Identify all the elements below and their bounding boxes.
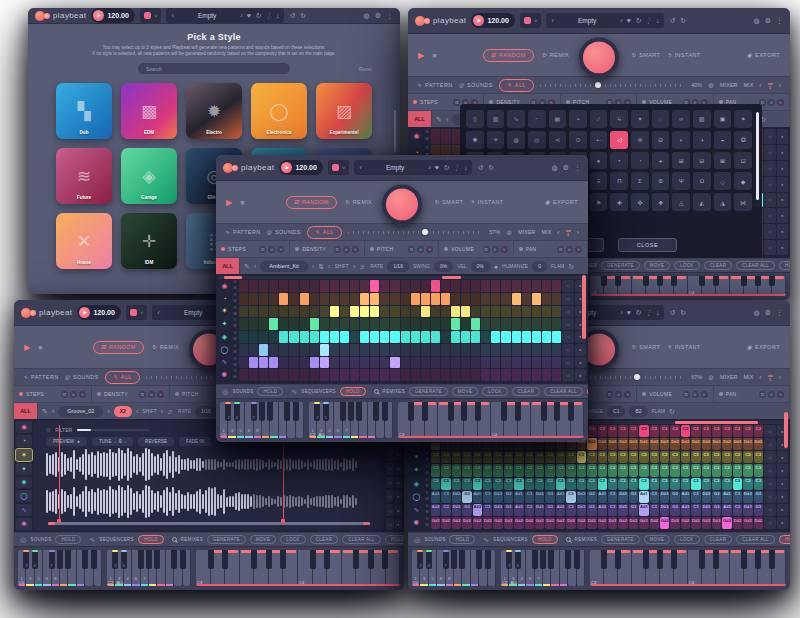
step-cell[interactable] <box>522 331 531 343</box>
step-cell[interactable] <box>421 306 430 318</box>
preset-selector[interactable]: ‹Empty›♥↻⋮↓ <box>546 13 664 28</box>
favorite-icon[interactable]: ♥ <box>627 309 631 316</box>
lock-button[interactable]: LOCK <box>280 535 305 544</box>
note-cell[interactable]: C3ˇ <box>629 425 638 437</box>
step-cell[interactable] <box>380 369 389 381</box>
note-cell[interactable]: C3ˇ <box>733 451 742 463</box>
solo-mute-buttons[interactable]: SM <box>232 280 238 292</box>
step-cell[interactable] <box>330 331 339 343</box>
refresh-icon[interactable]: ↻ <box>669 408 675 415</box>
param-mini-icon[interactable]: ⚄ <box>139 391 146 398</box>
note-cell[interactable]: C3ˇ <box>598 478 607 490</box>
step-cell[interactable] <box>542 280 551 292</box>
black-key[interactable] <box>65 550 71 569</box>
note-cell[interactable]: C3ˇ <box>681 464 690 476</box>
row-speaker-button[interactable]: ◁ <box>386 504 394 516</box>
note-cell[interactable]: D#3ˇ <box>660 491 669 503</box>
globe-icon[interactable]: ◍ <box>364 12 370 19</box>
step-cell[interactable] <box>340 331 349 343</box>
row-speaker-button[interactable]: ◁ <box>562 280 574 292</box>
lock-icon[interactable]: ⊘ <box>708 82 714 89</box>
param-mini-icon[interactable]: ⊘ <box>417 246 424 253</box>
black-key[interactable] <box>565 550 571 569</box>
step-cell[interactable] <box>401 344 410 356</box>
black-key[interactable] <box>448 402 454 421</box>
note-cell[interactable]: D#2ˇ <box>754 517 763 529</box>
note-cell[interactable]: G3ˇ <box>587 504 596 516</box>
step-cell[interactable] <box>380 357 389 369</box>
step-cell[interactable] <box>249 293 258 305</box>
black-key[interactable] <box>138 550 144 569</box>
pattern-select-box[interactable]: ˅ <box>140 8 162 23</box>
step-cell[interactable] <box>532 357 541 369</box>
stop-button[interactable]: ■ <box>240 199 244 206</box>
black-key[interactable] <box>146 550 152 569</box>
step-cell[interactable] <box>249 280 258 292</box>
step-cell[interactable] <box>259 318 268 330</box>
step-cell[interactable] <box>300 280 309 292</box>
step-cell[interactable] <box>380 331 389 343</box>
step-cell[interactable] <box>259 293 268 305</box>
prev-preset-icon[interactable]: ‹ <box>157 309 159 316</box>
note-cell[interactable]: D#3ˇ <box>493 491 502 503</box>
play-button[interactable]: ▶ <box>24 343 30 352</box>
step-cell[interactable] <box>350 344 359 356</box>
note-cell[interactable]: C3ˇ <box>566 478 575 490</box>
all-tracks-button[interactable]: ✎ALL <box>499 79 534 92</box>
step-cell[interactable] <box>522 318 531 330</box>
power-icon[interactable]: ○ <box>46 426 50 433</box>
favorite-icon[interactable]: ♥ <box>247 12 251 19</box>
row-speaker-button[interactable]: ◁ <box>562 293 574 305</box>
note-cell[interactable]: C3ˇ <box>441 451 450 463</box>
instrument-icon[interactable]: ❖ <box>652 193 670 211</box>
step-cell[interactable] <box>481 331 490 343</box>
note-cell[interactable]: C3ˇ <box>483 464 492 476</box>
note-cell[interactable]: C3ˇ <box>483 478 492 490</box>
param-mini-icon[interactable]: ✕ <box>501 246 508 253</box>
step-cell[interactable] <box>239 280 248 292</box>
note-cell[interactable]: G#2ˇ <box>473 517 482 529</box>
step-cell[interactable] <box>461 280 470 292</box>
instrument-icon[interactable]: Ξ <box>590 172 608 190</box>
note-cell[interactable]: D#3ˇ <box>733 438 742 450</box>
step-cell[interactable] <box>289 344 298 356</box>
black-key[interactable] <box>348 402 354 421</box>
kebab-menu-icon[interactable]: ⋮ <box>386 12 393 19</box>
step-cell[interactable] <box>390 280 399 292</box>
play-button[interactable]: ▶ <box>226 198 232 207</box>
step-cell[interactable] <box>491 306 500 318</box>
note-cell[interactable]: C3ˇ <box>441 504 450 516</box>
complexity-slider[interactable] <box>348 231 483 234</box>
reload-icon[interactable]: ↻ <box>635 17 641 24</box>
complexity-slider[interactable] <box>540 84 685 87</box>
row-dot-button[interactable]: ● <box>575 344 587 356</box>
row-dot-button[interactable]: ● <box>395 477 403 489</box>
black-key[interactable] <box>671 276 677 286</box>
note-cell[interactable]: D#3ˇ <box>660 504 669 516</box>
step-cell[interactable] <box>289 331 298 343</box>
instrument-icon[interactable]: ⊟ <box>693 152 711 170</box>
step-cell[interactable] <box>289 369 298 381</box>
step-cell[interactable] <box>501 357 510 369</box>
download-icon[interactable]: ↓ <box>656 309 660 316</box>
note-cell[interactable]: C3ˇ <box>525 464 534 476</box>
param-mini-icon[interactable]: ✕ <box>352 246 359 253</box>
step-cell[interactable] <box>471 293 480 305</box>
all-tracks-button[interactable]: ✎ALL <box>307 226 342 239</box>
all-tracks-button[interactable]: ✎ALL <box>105 371 140 384</box>
step-cell[interactable] <box>512 318 521 330</box>
menu-icon[interactable]: ⋮ <box>453 164 460 171</box>
track-icon[interactable]: ✶ <box>410 451 423 463</box>
note-cell[interactable]: D#2ˇ <box>566 517 575 529</box>
row-speaker-button[interactable]: ◁ <box>764 161 776 176</box>
clear-button[interactable]: CLEAR <box>512 387 541 396</box>
row-dot-button[interactable]: ● <box>395 490 403 502</box>
black-key[interactable] <box>259 402 265 421</box>
step-cell[interactable] <box>552 318 561 330</box>
black-key[interactable]: 5 <box>121 550 127 569</box>
note-cell[interactable]: C3ˇ <box>608 451 617 463</box>
track-icon[interactable]: ✶ <box>218 306 231 318</box>
note-cell[interactable]: C3ˇ <box>754 464 763 476</box>
param-volume[interactable]: VOLUME⚄⊘✕ <box>637 386 713 402</box>
prev-sample-icon[interactable]: ‹ <box>446 116 448 123</box>
